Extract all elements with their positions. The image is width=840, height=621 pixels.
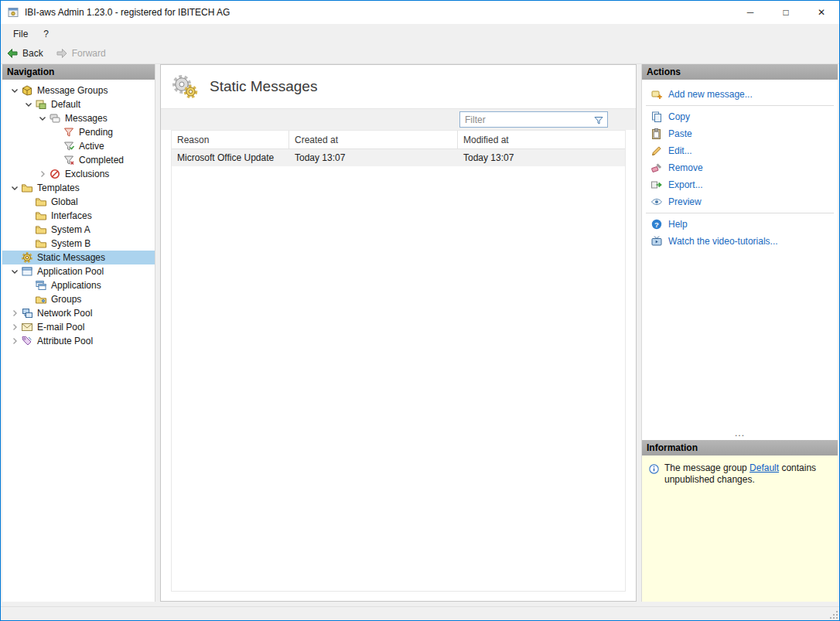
chevron-right-icon[interactable] [9,335,21,347]
action-label: Watch the video-tutorials... [668,236,778,247]
action-label: Edit... [668,145,692,156]
tree-item-active[interactable]: Active [2,139,155,153]
tree-indent [2,188,9,189]
toolbar: Back Forward [1,43,839,64]
back-label: Back [22,48,43,59]
chevron-down-icon[interactable] [36,112,49,125]
filter-funnel-icon[interactable] [592,114,605,126]
actions-list: Add new message...CopyPasteEdit...Remove… [642,86,838,250]
separator [646,213,834,213]
pending-filter-icon [63,126,75,138]
action-edit[interactable]: Edit... [642,142,838,159]
filter-input[interactable] [460,114,592,125]
action-export[interactable]: Export... [642,176,838,193]
application-pool-icon [21,265,33,278]
tree-item-messages[interactable]: Messages [2,111,155,125]
actions-spacer [642,250,838,428]
separator [646,105,834,106]
groups-icon [35,293,47,305]
expander-spacer [50,154,63,166]
tree-item-label: Message Groups [37,85,108,96]
forward-label: Forward [72,48,106,59]
chevron-down-icon[interactable] [9,265,21,278]
tree-item-applications[interactable]: Applications [2,278,155,292]
maximize-button[interactable]: □ [768,1,804,24]
actions-overflow[interactable]: ... [642,428,838,440]
tree-indent [2,104,22,105]
chevron-down-icon[interactable] [9,182,21,194]
table-row[interactable]: Microsoft Office UpdateToday 13:07Today … [172,149,625,166]
tree-item-system-a[interactable]: System A [2,223,155,237]
tree-item-completed[interactable]: Completed [2,153,155,167]
help-icon: ? [650,218,663,230]
action-copy[interactable]: Copy [642,108,838,125]
tree-item-groups[interactable]: Groups [2,292,155,306]
paste-icon [650,128,663,140]
expander-spacer [9,251,21,264]
tree-item-label: Groups [51,294,81,305]
tree-item-e-mail-pool[interactable]: E-mail Pool [2,320,155,334]
close-button[interactable]: ✕ [804,1,839,24]
minimize-button[interactable]: ─ [732,1,768,24]
svg-text:?: ? [654,220,659,229]
templates-icon [21,182,33,194]
action-remove[interactable]: Remove [642,159,838,176]
navigation-panel: Navigation Message GroupsDefaultMessages… [2,64,155,602]
cell-created_at: Today 13:07 [289,149,458,166]
chevron-down-icon[interactable] [22,98,35,111]
default-group-link[interactable]: Default [750,462,779,473]
menu-file[interactable]: File [5,26,36,43]
chevron-right-icon[interactable] [36,168,49,180]
tree-item-network-pool[interactable]: Network Pool [2,306,155,320]
email-pool-icon [21,321,33,333]
tree-item-application-pool[interactable]: Application Pool [2,264,155,278]
expander-spacer [22,223,35,236]
attribute-pool-icon [21,335,33,347]
tree-item-attribute-pool[interactable]: Attribute Pool [2,334,155,348]
column-header-modified-at[interactable]: Modified at [458,131,625,148]
app-window: IBI-aws Admin 1.23.0 - registered for IB… [0,0,840,621]
tree-item-templates[interactable]: Templates [2,181,155,195]
tree-item-exclusions[interactable]: Exclusions [2,167,155,181]
actions-panel: Add new message...CopyPasteEdit...Remove… [642,80,838,440]
tree-item-default[interactable]: Default [2,97,155,111]
action-preview[interactable]: Preview [642,193,838,210]
action-add-new-message[interactable]: Add new message... [642,86,838,103]
menu-help[interactable]: ? [36,26,56,43]
tree-item-global[interactable]: Global [2,195,155,209]
tree-indent [2,132,50,133]
action-label: Add new message... [668,89,753,100]
tree-item-message-groups[interactable]: Message Groups [2,84,155,97]
forward-button[interactable]: Forward [56,47,106,60]
chevron-down-icon[interactable] [9,84,21,97]
resize-grip[interactable] [828,609,838,619]
column-header-reason[interactable]: Reason [172,131,289,148]
page-title: Static Messages [210,78,317,95]
chevron-right-icon[interactable] [9,307,21,319]
right-panel: Actions Add new message...CopyPasteEdit.… [641,64,838,602]
tree-item-pending[interactable]: Pending [2,125,155,139]
action-watch-the-video-tutorials[interactable]: Watch the video-tutorials... [642,233,838,250]
folder-icon [35,237,47,250]
applications-icon [35,279,47,292]
action-label: Preview [668,196,702,207]
navigation-tree: Message GroupsDefaultMessagesPendingActi… [2,80,155,602]
expander-spacer [22,237,35,250]
tree-indent [2,202,22,203]
back-button[interactable]: Back [6,47,43,60]
copy-icon [650,111,663,123]
tree-item-interfaces[interactable]: Interfaces [2,209,155,223]
completed-filter-icon [63,154,75,166]
messages-icon [49,112,61,125]
static-messages-large-icon [172,73,198,100]
tree-item-system-b[interactable]: System B [2,237,155,251]
exclusions-icon [49,168,61,180]
tree-item-static-messages[interactable]: Static Messages [2,251,155,264]
app-icon [7,6,19,19]
folder-icon [35,223,47,236]
action-paste[interactable]: Paste [642,125,838,142]
chevron-right-icon[interactable] [9,321,21,333]
tree-indent [2,146,50,147]
action-help[interactable]: ?Help [642,216,838,233]
column-header-created-at[interactable]: Created at [289,131,458,148]
